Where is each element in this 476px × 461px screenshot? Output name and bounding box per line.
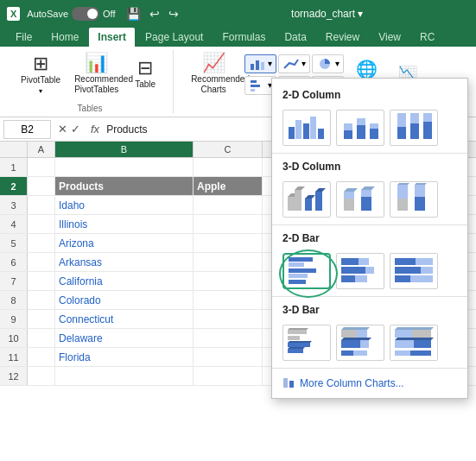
tab-rc[interactable]: RC	[411, 28, 443, 47]
svg-rect-69	[288, 336, 300, 340]
tab-view[interactable]: View	[370, 28, 409, 47]
cell-c3[interactable]	[194, 196, 263, 214]
file-title: tornado_chart ▾	[186, 8, 469, 20]
table-button[interactable]: ⊟ Table	[126, 55, 164, 93]
line-chart-button[interactable]: ▾	[278, 54, 310, 73]
svg-rect-21	[357, 118, 365, 125]
cell-a7[interactable]	[28, 272, 55, 290]
column-chart-button[interactable]: ▾	[244, 54, 276, 73]
cell-c6[interactable]	[194, 253, 263, 271]
svg-rect-6	[251, 89, 255, 92]
col-stacked-thumb[interactable]	[336, 110, 384, 146]
autosave-control[interactable]: AutoSave Off	[27, 7, 115, 21]
cell-c8[interactable]	[194, 291, 263, 309]
recommended-charts-button[interactable]: 📈 Recommended Charts	[186, 50, 241, 98]
svg-rect-25	[397, 127, 406, 139]
cell-b9[interactable]: Connecticut	[55, 310, 194, 328]
bar-100-thumb[interactable]	[390, 253, 438, 289]
formula-icons: ✕ ✓	[54, 123, 84, 136]
svg-marker-76	[341, 327, 370, 330]
cell-a5[interactable]	[28, 234, 55, 252]
cell-c11[interactable]	[194, 348, 263, 366]
svg-rect-64	[395, 267, 421, 274]
row-num-8: 8	[0, 291, 28, 309]
cell-c4[interactable]	[194, 215, 263, 233]
svg-marker-68	[288, 328, 308, 330]
col3d-100-thumb[interactable]	[390, 181, 438, 218]
save-icon[interactable]: 💾	[126, 7, 141, 21]
cell-b2[interactable]: Products	[55, 177, 194, 195]
recommended-pivot-tables-button[interactable]: 📊 Recommended PivotTables	[69, 50, 123, 98]
cell-a2[interactable]	[28, 177, 55, 195]
svg-rect-17	[318, 129, 324, 139]
col-header-c[interactable]: C	[194, 142, 263, 157]
col-header-a[interactable]: A	[28, 142, 55, 157]
divider-1	[272, 153, 467, 154]
cell-a11[interactable]	[28, 348, 55, 366]
tab-page-layout[interactable]: Page Layout	[136, 28, 212, 47]
cell-c1[interactable]	[194, 158, 263, 176]
col3d-clustered-thumb[interactable]	[282, 181, 331, 218]
cell-b12[interactable]	[55, 367, 194, 385]
bar3d-stacked-thumb[interactable]	[336, 325, 384, 361]
svg-rect-55	[341, 258, 359, 265]
cell-c7[interactable]	[194, 272, 263, 290]
more-column-charts-link[interactable]: More Column Charts...	[272, 372, 467, 395]
tables-buttons: ⊞ PivotTable ▾ 📊 Recommended PivotTables…	[16, 50, 164, 98]
cell-b10[interactable]: Delaware	[55, 329, 194, 347]
cell-b11[interactable]: Florida	[55, 348, 194, 366]
svg-rect-62	[395, 258, 416, 265]
cell-b3[interactable]: Idaho	[55, 196, 194, 214]
cell-b1[interactable]	[55, 158, 194, 176]
tab-data[interactable]: Data	[276, 28, 314, 47]
cell-a8[interactable]	[28, 291, 55, 309]
svg-rect-30	[288, 197, 295, 211]
cell-c9[interactable]	[194, 310, 263, 328]
svg-rect-59	[341, 275, 355, 282]
pie-chart-icon	[316, 57, 333, 71]
cell-b6[interactable]: Arkansas	[55, 253, 194, 271]
row-num-4: 4	[0, 215, 28, 233]
svg-rect-67	[288, 330, 307, 334]
pie-chart-button[interactable]: ▾	[312, 54, 344, 73]
cell-reference-box[interactable]	[3, 120, 51, 139]
cancel-formula-icon[interactable]: ✕	[58, 123, 67, 136]
svg-rect-50	[289, 257, 313, 262]
bar3d-clustered-thumb[interactable]	[282, 325, 331, 361]
bar3d-100-thumb[interactable]	[390, 325, 438, 361]
confirm-formula-icon[interactable]: ✓	[71, 123, 80, 136]
cell-c10[interactable]	[194, 329, 263, 347]
pivot-table-button[interactable]: ⊞ PivotTable ▾	[16, 51, 66, 98]
cell-c12[interactable]	[194, 367, 263, 385]
cell-a6[interactable]	[28, 253, 55, 271]
col-100-thumb[interactable]	[390, 110, 438, 146]
col-clustered-thumb[interactable]	[282, 110, 331, 146]
tab-file[interactable]: File	[7, 28, 41, 47]
cell-a10[interactable]	[28, 329, 55, 347]
cell-a1[interactable]	[28, 158, 55, 176]
redo-icon[interactable]: ↪	[168, 7, 179, 21]
col3d-stacked-thumb[interactable]	[336, 181, 384, 218]
cell-b7[interactable]: California	[55, 272, 194, 290]
cell-b8[interactable]: Colorado	[55, 291, 194, 309]
cell-b5[interactable]: Arizona	[55, 234, 194, 252]
tab-home[interactable]: Home	[42, 28, 87, 47]
bar-stacked-thumb[interactable]	[336, 253, 384, 289]
autosave-toggle[interactable]	[72, 7, 99, 21]
tab-review[interactable]: Review	[317, 28, 368, 47]
cell-a3[interactable]	[28, 196, 55, 214]
tab-insert[interactable]: Insert	[89, 28, 135, 47]
bar-clustered-thumb[interactable]	[282, 253, 331, 289]
cell-c2[interactable]: Apple	[194, 177, 263, 195]
tab-formulas[interactable]: Formulas	[213, 28, 274, 47]
row-num-1: 1	[0, 158, 28, 176]
cell-b4[interactable]: Illinois	[55, 215, 194, 233]
cell-a4[interactable]	[28, 215, 55, 233]
cell-a12[interactable]	[28, 367, 55, 385]
col-header-b[interactable]: B	[55, 142, 194, 157]
svg-rect-77	[341, 340, 360, 348]
cell-a9[interactable]	[28, 310, 55, 328]
svg-rect-70	[288, 343, 310, 347]
cell-c5[interactable]	[194, 234, 263, 252]
undo-icon[interactable]: ↩	[149, 7, 160, 21]
